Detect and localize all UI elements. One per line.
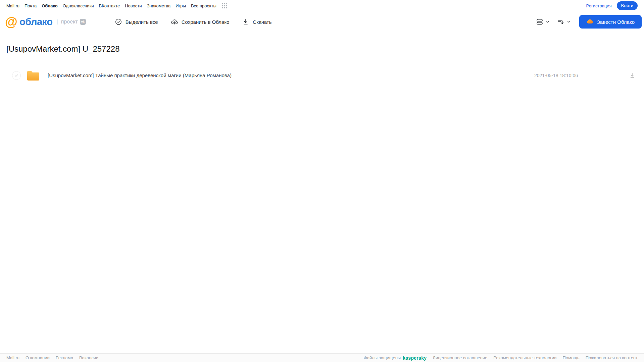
chevron-down-icon [566, 19, 571, 24]
topnav-link-vse-proekty[interactable]: Все проекты [191, 3, 216, 8]
footer-link-help[interactable]: Помощь [562, 355, 579, 360]
download-label: Скачать [253, 19, 271, 25]
top-nav-bar: Mail.ru Почта Облако Одноклассники ВКонт… [0, 0, 644, 11]
footer-link-ads[interactable]: Реклама [56, 355, 73, 360]
all-projects-grid-icon[interactable] [222, 3, 227, 8]
vk-badge-icon: vk [80, 19, 86, 25]
topnav-link-mailru[interactable]: Mail.ru [6, 3, 19, 8]
download-icon [242, 18, 249, 25]
view-mode-button[interactable] [536, 18, 550, 26]
registration-link[interactable]: Регистрация [586, 3, 612, 8]
page-footer: Mail.ru О компании Реклама Вакансии Файл… [0, 353, 644, 362]
file-toolbar: Выделить все Сохранить в Облако Скачат [115, 18, 272, 25]
footer-link-report-content[interactable]: Пожаловаться на контент [586, 355, 638, 360]
checkmark-icon [14, 73, 19, 78]
protected-text: Файлы защищены [364, 355, 401, 360]
footer-link-mailru[interactable]: Mail.ru [6, 355, 19, 360]
topnav-link-novosti[interactable]: Новости [125, 3, 142, 8]
topnav-link-igry[interactable]: Игры [176, 3, 186, 8]
cloud-icon [586, 18, 594, 26]
footer-right-links: Файлы защищены kaspersky Лицензионное со… [364, 355, 638, 361]
topnav-link-vkontakte[interactable]: ВКонтакте [99, 3, 120, 8]
kaspersky-protection: Файлы защищены kaspersky [364, 355, 427, 361]
kaspersky-logo[interactable]: kaspersky [403, 355, 427, 361]
mailru-at-icon: @ [5, 16, 17, 28]
create-cloud-label: Завести Облако [597, 19, 635, 25]
save-to-cloud-label: Сохранить в Облако [182, 19, 230, 25]
folder-icon [27, 70, 40, 81]
footer-left-links: Mail.ru О компании Реклама Вакансии [6, 355, 98, 360]
create-cloud-button[interactable]: Завести Облако [579, 15, 642, 29]
public-folder-content: [UsupovMarket.com] U_257228 [UsupovMarke… [0, 44, 644, 83]
cloud-header: @ облако | проект vk Выделить все [0, 11, 644, 32]
project-label: проект [61, 19, 78, 25]
select-all-label: Выделить все [126, 19, 158, 25]
sort-icon [557, 18, 565, 26]
footer-link-license[interactable]: Лицензионное соглашение [433, 355, 487, 360]
row-download-button[interactable] [629, 72, 636, 79]
chevron-down-icon [545, 19, 550, 24]
check-circle-icon [115, 18, 122, 25]
topnav-link-pochta[interactable]: Почта [24, 3, 37, 8]
file-date: 2021-05-18 18:10:06 [534, 73, 578, 78]
logo-divider: | [56, 18, 58, 25]
cloud-logo[interactable]: @ облако | проект vk [5, 16, 86, 28]
topnav-link-oblako[interactable]: Облако [42, 3, 58, 8]
download-button[interactable]: Скачать [242, 18, 271, 25]
file-name-link[interactable]: [UsupovMarket.com] Тайные практики дерев… [48, 72, 232, 78]
topnav-link-znakomstva[interactable]: Знакомства [147, 3, 170, 8]
top-nav-projects: Mail.ru Почта Облако Одноклассники ВКонт… [6, 3, 227, 8]
top-nav-auth: Регистрация Войти [586, 1, 638, 10]
login-button[interactable]: Войти [617, 1, 638, 10]
page-title: [UsupovMarket.com] U_257228 [6, 44, 644, 54]
topnav-link-odnoklassniki[interactable]: Одноклассники [63, 3, 94, 8]
footer-link-recommendation-tech[interactable]: Рекомендательные технологии [493, 355, 556, 360]
footer-link-jobs[interactable]: Вакансии [79, 355, 98, 360]
sort-button[interactable] [557, 18, 571, 26]
list-view-icon [536, 18, 544, 26]
cloud-upload-icon [171, 18, 178, 25]
cloud-logo-text: облако [19, 16, 52, 28]
row-checkbox[interactable] [12, 71, 21, 80]
file-name-cell: [UsupovMarket.com] Тайные практики дерев… [48, 72, 534, 79]
download-icon [629, 72, 636, 79]
file-row[interactable]: [UsupovMarket.com] Тайные практики дерев… [0, 68, 644, 83]
footer-link-about[interactable]: О компании [26, 355, 50, 360]
save-to-cloud-button[interactable]: Сохранить в Облако [171, 18, 230, 25]
select-all-button[interactable]: Выделить все [115, 18, 158, 25]
header-right-controls: Завести Облако [536, 15, 642, 29]
